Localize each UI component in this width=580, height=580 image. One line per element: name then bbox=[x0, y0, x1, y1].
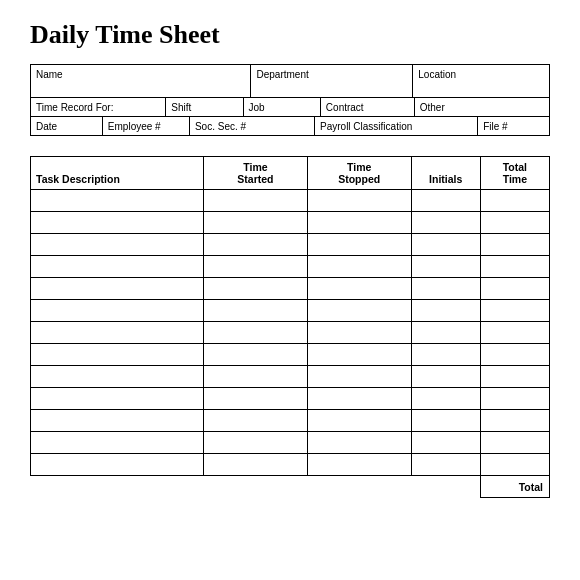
table-cell bbox=[480, 388, 549, 410]
pay-cell: Payroll Classification bbox=[315, 117, 478, 135]
table-row bbox=[31, 256, 550, 278]
table-cell bbox=[204, 256, 308, 278]
job-label: Job bbox=[249, 102, 265, 113]
job-cell: Job bbox=[244, 98, 321, 116]
table-cell bbox=[307, 212, 411, 234]
table-cell bbox=[480, 366, 549, 388]
table-cell bbox=[480, 278, 549, 300]
table-cell bbox=[204, 322, 308, 344]
table-cell bbox=[204, 366, 308, 388]
table-row bbox=[31, 234, 550, 256]
table-cell bbox=[307, 322, 411, 344]
table-cell bbox=[480, 454, 549, 476]
soc-label: Soc. Sec. # bbox=[195, 121, 246, 132]
file-label: File # bbox=[483, 121, 507, 132]
table-cell bbox=[411, 190, 480, 212]
table-row bbox=[31, 212, 550, 234]
table-cell bbox=[31, 322, 204, 344]
table-cell bbox=[31, 256, 204, 278]
trf-cell: Time Record For: bbox=[31, 98, 166, 116]
table-cell bbox=[31, 454, 204, 476]
table-cell bbox=[31, 190, 204, 212]
total-empty bbox=[31, 476, 481, 498]
table-cell bbox=[204, 278, 308, 300]
name-cell: Name bbox=[31, 65, 251, 97]
page-title: Daily Time Sheet bbox=[30, 20, 550, 50]
table-cell bbox=[411, 278, 480, 300]
header-section: Name Department Location Time Record For… bbox=[30, 64, 550, 136]
table-cell bbox=[307, 388, 411, 410]
table-cell bbox=[480, 190, 549, 212]
table-cell bbox=[411, 300, 480, 322]
table-cell bbox=[411, 234, 480, 256]
table-cell bbox=[31, 388, 204, 410]
header-row-1: Name Department Location bbox=[31, 65, 549, 98]
table-cell bbox=[411, 256, 480, 278]
table-cell bbox=[480, 432, 549, 454]
table-cell bbox=[204, 190, 308, 212]
table-cell bbox=[307, 410, 411, 432]
table-cell bbox=[204, 410, 308, 432]
soc-cell: Soc. Sec. # bbox=[190, 117, 315, 135]
date-label: Date bbox=[36, 121, 57, 132]
table-cell bbox=[31, 344, 204, 366]
table-cell bbox=[31, 278, 204, 300]
name-label: Name bbox=[36, 69, 63, 80]
table-cell bbox=[480, 212, 549, 234]
table-cell bbox=[307, 256, 411, 278]
table-row bbox=[31, 322, 550, 344]
other-cell: Other bbox=[415, 98, 549, 116]
table-row bbox=[31, 410, 550, 432]
table-row bbox=[31, 432, 550, 454]
table-cell bbox=[31, 410, 204, 432]
date-cell: Date bbox=[31, 117, 103, 135]
table-cell bbox=[480, 256, 549, 278]
table-cell bbox=[204, 300, 308, 322]
table-cell bbox=[411, 366, 480, 388]
table-cell bbox=[307, 432, 411, 454]
dept-cell: Department bbox=[251, 65, 413, 97]
emp-label: Employee # bbox=[108, 121, 161, 132]
dept-value bbox=[256, 80, 407, 94]
table-cell bbox=[307, 300, 411, 322]
shift-cell: Shift bbox=[166, 98, 243, 116]
header-row-3: Date Employee # Soc. Sec. # Payroll Clas… bbox=[31, 117, 549, 135]
table-cell bbox=[411, 388, 480, 410]
table-cell bbox=[307, 366, 411, 388]
table-cell bbox=[480, 344, 549, 366]
col-initials: Initials bbox=[411, 157, 480, 190]
table-cell bbox=[31, 432, 204, 454]
table-cell bbox=[307, 190, 411, 212]
table-row bbox=[31, 300, 550, 322]
emp-cell: Employee # bbox=[103, 117, 190, 135]
table-cell bbox=[411, 212, 480, 234]
table-cell bbox=[204, 388, 308, 410]
table-cell bbox=[204, 212, 308, 234]
table-cell bbox=[480, 322, 549, 344]
table-row bbox=[31, 366, 550, 388]
total-label: Total bbox=[480, 476, 549, 498]
contract-label: Contract bbox=[326, 102, 364, 113]
loc-value bbox=[418, 80, 544, 94]
pay-label: Payroll Classification bbox=[320, 121, 412, 132]
table-header-row: Task Description TimeStarted TimeStopped… bbox=[31, 157, 550, 190]
table-cell bbox=[204, 344, 308, 366]
table-cell bbox=[411, 454, 480, 476]
table-cell bbox=[411, 432, 480, 454]
file-cell: File # bbox=[478, 117, 549, 135]
trf-label: Time Record For: bbox=[36, 102, 113, 113]
table-row bbox=[31, 388, 550, 410]
contract-cell: Contract bbox=[321, 98, 415, 116]
name-value bbox=[36, 80, 245, 94]
table-cell bbox=[204, 432, 308, 454]
tasks-table: Task Description TimeStarted TimeStopped… bbox=[30, 156, 550, 498]
table-cell bbox=[31, 212, 204, 234]
table-cell bbox=[411, 344, 480, 366]
col-time-started: TimeStarted bbox=[204, 157, 308, 190]
table-cell bbox=[31, 234, 204, 256]
table-cell bbox=[31, 366, 204, 388]
col-total-time: TotalTime bbox=[480, 157, 549, 190]
table-cell bbox=[411, 410, 480, 432]
col-task-desc: Task Description bbox=[31, 157, 204, 190]
table-cell bbox=[480, 300, 549, 322]
